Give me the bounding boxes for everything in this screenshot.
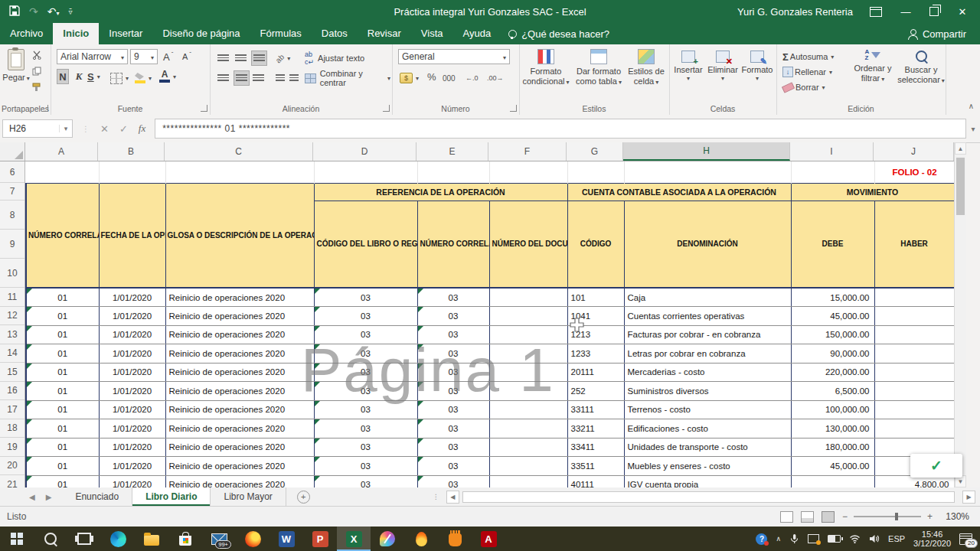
grid-cell[interactable] (874, 307, 955, 326)
italic-button[interactable]: K (72, 69, 86, 84)
grid-cell[interactable] (489, 288, 567, 307)
column-header-g[interactable]: G (567, 142, 623, 161)
word-icon[interactable]: W (270, 527, 303, 551)
grid-cell[interactable]: 03 (314, 438, 417, 457)
grid-cell[interactable]: 1/01/2020 (99, 475, 165, 487)
grid-cell[interactable]: Reinicio de operaciones 2020 (165, 382, 314, 401)
row-header-10[interactable]: 10 (0, 259, 24, 288)
cell[interactable] (314, 161, 417, 183)
acrobat-icon[interactable]: A (472, 527, 505, 551)
column-header-j[interactable]: J (874, 142, 954, 161)
mic-icon[interactable] (789, 533, 799, 544)
row-header-18[interactable]: 18 (0, 419, 24, 439)
cell[interactable] (26, 161, 99, 183)
fx-icon[interactable]: fx (139, 122, 145, 135)
mail-icon[interactable]: 99+ (202, 527, 236, 551)
grid-cell[interactable]: 45,000.00 (791, 307, 874, 326)
sort-filter-button[interactable]: AZ Ordenar y filtrar (850, 49, 896, 83)
grid-cell[interactable]: 1/01/2020 (99, 325, 165, 344)
currency-icon[interactable]: $ (398, 70, 420, 86)
row-header-19[interactable]: 19 (0, 438, 24, 457)
grid-cell[interactable]: Reinicio de operaciones 2020 (165, 475, 314, 487)
header-col-i[interactable]: DEBE (791, 201, 874, 288)
grid-cell[interactable]: 01 (26, 344, 99, 364)
align-top-icon[interactable] (216, 51, 230, 66)
row-header-7[interactable]: 7 (0, 183, 24, 201)
grid-cell[interactable]: 1/01/2020 (99, 438, 165, 457)
tab-splitter-icon[interactable]: ⋮ (433, 493, 440, 500)
sheet-tab-enunciado[interactable]: Enunciado (62, 487, 132, 506)
cell[interactable] (567, 161, 624, 183)
find-select-button[interactable]: Buscar y seleccionar (897, 49, 945, 84)
font-dialog-launcher[interactable] (201, 105, 207, 112)
grid-cell[interactable]: Reinicio de operaciones 2020 (165, 307, 314, 326)
grid-cell[interactable]: 1/01/2020 (99, 382, 165, 401)
grid-cell[interactable] (874, 382, 955, 401)
header-col-j[interactable]: HABER (874, 201, 955, 288)
header-group-referencia[interactable]: REFERENCIA DE LA OPERACIÓN (314, 183, 567, 201)
grid-cell[interactable]: Reinicio de operaciones 2020 (165, 438, 314, 457)
vertical-scrollbar[interactable]: ▲ ▼ (954, 142, 966, 487)
share-button[interactable]: Compartir (908, 23, 980, 44)
grid-cell[interactable]: 03 (417, 438, 489, 457)
grid-cell[interactable]: 01 (26, 382, 99, 401)
grid-cell[interactable]: 33411 (567, 438, 624, 457)
row-header-17[interactable]: 17 (0, 400, 24, 419)
grid-cell[interactable]: Reinicio de operaciones 2020 (165, 344, 314, 364)
wifi-icon[interactable] (849, 534, 861, 543)
normal-view-icon[interactable] (780, 511, 793, 523)
grid-cell[interactable]: 03 (314, 419, 417, 439)
column-header-e[interactable]: E (416, 142, 488, 161)
cell[interactable] (99, 161, 165, 183)
battery-icon[interactable] (828, 535, 841, 543)
row-header-12[interactable]: 12 (0, 307, 24, 326)
grid-cell[interactable]: 45,000.00 (791, 457, 874, 476)
minimize-icon[interactable]: — (899, 6, 913, 18)
grid-cell[interactable]: 1/01/2020 (99, 288, 165, 307)
grid-cell[interactable]: Letras por cobrar en cobranza (624, 344, 791, 364)
grid-cell[interactable]: IGV cuenta propia (624, 475, 791, 487)
comma-style-icon[interactable]: 000 (441, 70, 457, 86)
grid-cell[interactable]: 1/01/2020 (99, 307, 165, 326)
column-header-c[interactable]: C (165, 142, 313, 161)
grid-cell[interactable]: 33111 (567, 400, 624, 419)
grid-cell[interactable]: 03 (417, 307, 489, 326)
grid-cell[interactable]: 01 (26, 400, 99, 419)
wrap-text-button[interactable]: abc↵Ajustar texto (303, 51, 366, 66)
grid-cell[interactable]: 33511 (567, 457, 624, 476)
account-name[interactable]: Yuri G. Gonzales Renteria (737, 6, 853, 18)
grid-cell[interactable] (874, 325, 955, 344)
shrink-font-icon[interactable]: Aˇ (181, 49, 193, 64)
grid-cell[interactable]: 01 (26, 457, 99, 476)
store-icon[interactable] (168, 527, 202, 551)
grid-cell[interactable]: 6,500.00 (791, 382, 874, 401)
hand-app-icon[interactable] (438, 527, 472, 551)
decrease-decimal-icon[interactable]: .00→ (485, 70, 505, 86)
grid-cell[interactable]: Mercaderias - costo (624, 363, 791, 382)
start-icon[interactable] (0, 527, 34, 551)
grid-cell[interactable]: 150,000.00 (791, 325, 874, 344)
zoom-level[interactable]: 130% (940, 511, 969, 522)
alignment-dialog-launcher[interactable] (383, 105, 390, 112)
row-header-14[interactable]: 14 (0, 344, 24, 364)
grid-cell[interactable]: 252 (567, 382, 624, 401)
undo-icon[interactable]: ↶▾ (47, 5, 60, 18)
clear-button[interactable]: Borrar (781, 80, 827, 95)
grid-cell[interactable]: 01 (26, 325, 99, 344)
collapse-ribbon-icon[interactable]: ∧ (969, 102, 974, 110)
page-break-view-icon[interactable] (822, 511, 835, 523)
cell[interactable] (165, 161, 314, 183)
help-icon[interactable]: ? (756, 533, 767, 545)
volume-icon[interactable] (869, 534, 880, 543)
grid-cell[interactable]: 03 (314, 307, 417, 326)
grid-cell[interactable]: Reinicio de operaciones 2020 (165, 363, 314, 382)
scroll-right-icon[interactable]: ▶ (962, 491, 975, 504)
sheet-nav-left-icon[interactable]: ◀ (29, 493, 35, 501)
header-group-cuenta-contable[interactable]: CUENTA CONTABLE ASOCIADA A LA OPERACIÓN (567, 183, 791, 201)
cell-styles-button[interactable]: Estilos de celda (625, 49, 668, 86)
search-icon[interactable] (34, 527, 67, 551)
grid-cell[interactable]: 220,000.00 (791, 363, 874, 382)
grid-cell[interactable] (874, 400, 955, 419)
grid-cell[interactable]: 15,000.00 (791, 288, 874, 307)
enter-icon[interactable]: ✓ (119, 123, 128, 135)
